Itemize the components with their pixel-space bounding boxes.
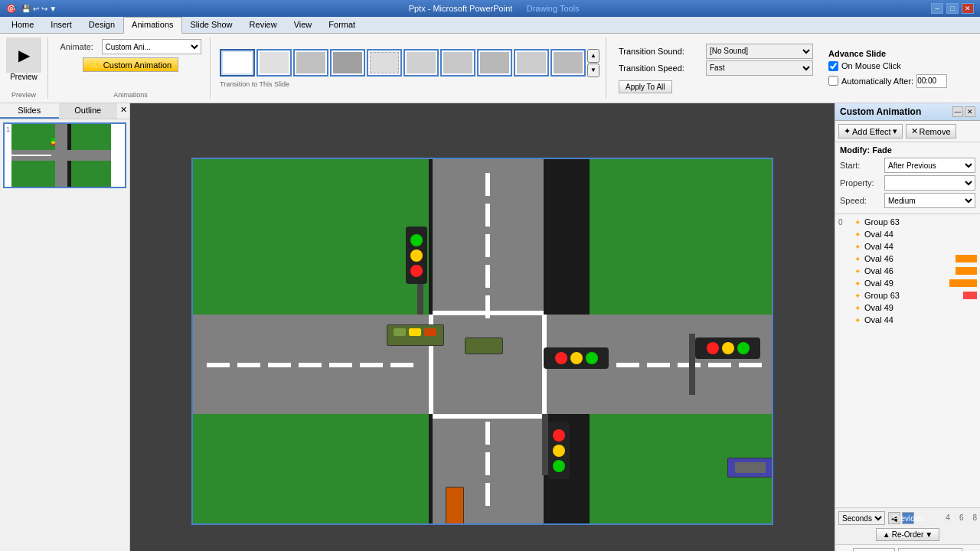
property-row: Property: [840,175,975,191]
trans-thumb-8[interactable] [514,49,549,77]
tab-home[interactable]: Home [3,17,42,33]
trans-scroll-up[interactable]: ▲ [587,49,599,63]
star-icon-0: ✦ [852,217,863,227]
tab-review[interactable]: Review [241,17,286,33]
tab-slideshow[interactable]: Slide Show [182,17,241,33]
star-icon-4: ✦ [852,266,863,276]
reorder-button[interactable]: ▲ Re-Order ▼ [876,528,940,541]
anim-item-4[interactable]: ✦ Oval 46 [837,265,978,277]
main-area: Slides Outline ✕ 1 [0,103,980,551]
animate-row: Animate: Custom Ani... [60,39,201,54]
advance-slide-label: Advance Slide [828,49,947,58]
tab-animations[interactable]: Animations [123,17,181,34]
transition-strip: ▲ ▼ [220,49,599,77]
trans-thumb-4[interactable] [367,49,402,77]
slides-panel: Slides Outline ✕ 1 [0,103,130,551]
add-icon: ✦ [844,126,851,136]
trans-thumb-6[interactable] [440,49,475,77]
advance-slide-group: Advance Slide On Mouse Click Automatical… [828,49,947,88]
tab-view[interactable]: View [286,17,321,33]
trans-thumb-5[interactable] [403,49,439,77]
anim-item-1[interactable]: ✦ Oval 44 [837,228,978,240]
reorder-up-icon: ▲ [883,530,890,539]
auto-time-input[interactable] [916,74,947,88]
trans-thumb-3[interactable] [330,49,365,77]
transition-speed-select[interactable]: Fast [706,60,813,76]
quick-access: 💾 ↩ ↪ ▼ [21,5,57,13]
action-buttons: Stop ▶ Slide Show [835,544,980,551]
anim-item-5[interactable]: ✦ Oval 49 [837,277,978,289]
speed-label: Speed: [840,196,884,205]
timeline-select[interactable]: Seconds [838,511,885,525]
anim-panel-detach[interactable]: — [952,106,963,117]
anim-panel-close[interactable]: ✕ [965,106,975,117]
anim-panel-title: Custom Animation [840,106,921,117]
modify-section: Modify: Fade Start: After Previous Prope… [835,142,980,214]
trans-thumb-9[interactable] [550,49,586,77]
timeline-fwd[interactable]: Previous [902,512,914,524]
tab-format[interactable]: Format [320,17,364,33]
speed-row: Speed: Medium [840,193,975,208]
ribbon-group-transitions: ▲ ▼ Transition to This Slide [220,37,606,99]
maximize-button[interactable]: □ [946,3,959,14]
anim-item-6[interactable]: ✦ Group 63 [837,289,978,302]
timeline-area: Seconds ◀ Previous 4 6 8 ▲ Re-Order ▼ [835,507,980,544]
titlebar: 🎯 💾 ↩ ↪ ▼ Pptx - Microsoft PowerPoint Dr… [0,0,980,17]
titlebar-controls[interactable]: – □ ✕ [931,3,974,14]
custom-animation-button[interactable]: ⭐ Custom Animation [83,57,178,72]
add-effect-button[interactable]: ✦ Add Effect ▾ [838,124,903,139]
slide-canvas[interactable] [191,158,773,525]
slideshow-button[interactable]: ▶ Slide Show [898,548,962,551]
star-icon-3: ✦ [852,253,863,264]
anim-panel-header: Custom Animation — ✕ [835,103,980,121]
speed-select[interactable]: Medium [884,193,975,208]
animate-select[interactable]: Custom Ani... [102,39,201,54]
start-select[interactable]: After Previous [884,158,975,173]
preview-icon: ▶ [6,37,41,73]
transition-sound-select[interactable]: [No Sound] [706,44,813,59]
star-icon-2: ✦ [852,241,863,252]
anim-item-0[interactable]: 0 ✦ Group 63 [837,216,978,228]
outline-tab[interactable]: Outline [59,103,118,119]
reorder-down-icon: ▼ [925,530,933,539]
trans-thumb-1[interactable] [256,49,292,77]
preview-button[interactable]: ▶ Preview [6,37,41,81]
apply-to-all-button[interactable]: Apply To All [619,80,672,93]
trans-thumb-2[interactable] [293,49,328,77]
tab-insert[interactable]: Insert [42,17,80,33]
trans-scroll-down[interactable]: ▼ [587,64,599,77]
anim-item-8[interactable]: ✦ Oval 44 [837,314,978,326]
modify-title: Modify: Fade [840,145,975,155]
property-select[interactable] [884,175,975,191]
close-button[interactable]: ✕ [962,3,974,14]
on-mouse-click-row: On Mouse Click [828,61,947,71]
anim-item-2[interactable]: ✦ Oval 44 [837,240,978,253]
anim-panel-controls[interactable]: — ✕ [952,106,975,117]
star-icon-7: ✦ [852,302,863,313]
slide-thumbnail-1[interactable]: 1 [3,122,126,188]
close-panel-button[interactable]: ✕ [117,103,129,116]
star-icon-1: ✦ [852,229,863,240]
minimize-button[interactable]: – [931,3,943,14]
slides-tabs: Slides Outline ✕ [0,103,129,119]
anim-bar-5 [949,279,977,287]
anim-bar-3 [956,255,977,262]
tab-design[interactable]: Design [80,17,123,33]
ribbon-tabs: Home Insert Design Animations Slide Show… [0,17,980,34]
on-mouse-click-checkbox[interactable] [828,61,838,71]
auto-after-row: Automatically After: [828,74,947,88]
anim-item-7[interactable]: ✦ Oval 49 [837,302,978,314]
trans-thumb-7[interactable] [477,49,512,77]
remove-button[interactable]: ✕ Remove [906,124,956,139]
anim-item-3[interactable]: ✦ Oval 46 [837,253,978,265]
stop-button[interactable]: Stop [853,548,896,551]
trans-thumb-0[interactable] [220,49,255,77]
auto-after-checkbox[interactable] [828,76,838,86]
star-icon-8: ✦ [852,315,863,325]
slides-tab[interactable]: Slides [0,103,59,119]
animation-list: 0 ✦ Group 63 ✦ Oval 44 ✦ Oval 44 ✦ Oval … [835,214,980,507]
anim-toolbar: ✦ Add Effect ▾ ✕ Remove [835,121,980,142]
transition-settings: Transition Sound: [No Sound] Transition … [619,44,813,93]
slide-number: 1 [5,124,11,187]
start-label: Start: [840,161,884,170]
